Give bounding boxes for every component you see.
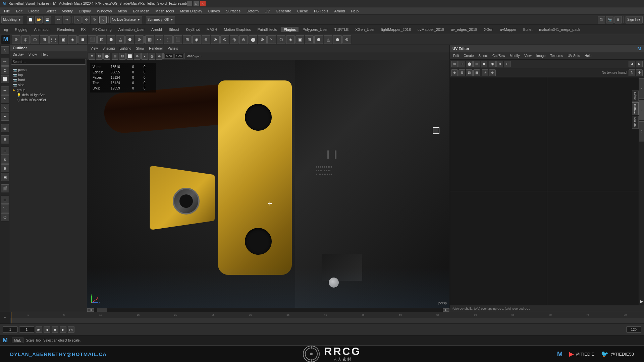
icon-btn-19[interactable]: ⊞ xyxy=(183,35,192,44)
icon-btn-31[interactable]: ▣ xyxy=(296,35,304,44)
menu-select[interactable]: Select xyxy=(43,8,59,14)
menu-fb-tools[interactable]: FB Tools xyxy=(311,8,331,14)
icon-btn-2[interactable]: ◎ xyxy=(21,35,30,44)
cat-fx[interactable]: FX xyxy=(78,27,88,32)
icon-btn-3[interactable]: ⬡ xyxy=(31,35,39,44)
uv-tab-select-label[interactable]: Select xyxy=(632,90,639,102)
uv-tb5[interactable]: ⬢ xyxy=(481,61,487,67)
undo-btn[interactable]: ↩ xyxy=(55,16,62,23)
uv-tb6[interactable]: ◉ xyxy=(489,61,496,67)
uv-create-menu[interactable]: Create xyxy=(462,53,476,58)
uv-tb2-4[interactable]: ▦ xyxy=(473,69,480,76)
icon-btn-26[interactable]: ⬤ xyxy=(249,35,257,44)
vp-tb-btn10[interactable]: ⊛ xyxy=(156,53,163,60)
playhead[interactable] xyxy=(11,312,11,323)
minimize-btn[interactable]: ─ xyxy=(187,1,192,6)
close-btn[interactable]: ✕ xyxy=(200,1,206,6)
cat-uvmapper[interactable]: uvMapper xyxy=(497,27,519,32)
menu-deform[interactable]: Deform xyxy=(244,8,261,14)
icon-btn-8[interactable]: ⏹ xyxy=(78,35,87,44)
scroll-track[interactable] xyxy=(94,308,443,312)
vp-tb-btn2[interactable]: ⊡ xyxy=(96,53,103,60)
icon-btn-15[interactable]: ▦ xyxy=(145,35,154,44)
uv-right-arrow[interactable]: ▶ xyxy=(640,299,643,304)
icon-btn-4[interactable]: ⊞ xyxy=(40,35,49,44)
icon-btn-28[interactable]: ⋱ xyxy=(267,35,276,44)
outliner-show-menu[interactable]: Show xyxy=(26,52,39,57)
cat-mash[interactable]: MASH xyxy=(204,27,220,32)
cat-uv-edges[interactable]: uv_edges_2018 xyxy=(448,27,480,32)
uv-tab-trans[interactable]: T xyxy=(639,100,644,120)
menu-uv[interactable]: UV xyxy=(262,8,272,14)
viewport-canvas[interactable]: ❙❙ ∎∎∎ ∎∎ ∎∎∎∎∎∎∎∎ ∎ ∎∎∎∎ ∎∎∎∎∎∎ ∎∎ ✛ Ve… xyxy=(87,60,449,308)
menu-mesh-tools[interactable]: Mesh Tools xyxy=(153,8,176,14)
save-btn[interactable]: 💾 xyxy=(44,16,51,23)
uv-tb2-1[interactable]: ⊕ xyxy=(451,69,458,76)
cat-light-mapper[interactable]: lightMapper_2018 xyxy=(379,27,414,32)
menu-edit-mesh[interactable]: Edit Mesh xyxy=(130,8,152,14)
cat-keyshot[interactable]: KeyShot xyxy=(183,27,203,32)
window-controls[interactable]: ─ □ ✕ xyxy=(187,1,206,6)
uv-image-menu[interactable]: Image xyxy=(534,53,548,58)
render-region-btn[interactable]: 🎬 xyxy=(1,184,9,192)
uv-tb7[interactable]: ⊗ xyxy=(496,61,503,67)
menu-help[interactable]: Help xyxy=(348,8,361,14)
marquee-select-btn[interactable]: ⬜ xyxy=(1,75,9,83)
cat-turtle[interactable]: TURTLE xyxy=(332,27,352,32)
menu-file[interactable]: File xyxy=(1,8,13,14)
outliner-item-front[interactable]: 📷 front xyxy=(11,77,86,82)
icon-btn-21[interactable]: ⊛ xyxy=(202,35,210,44)
vp-view-menu[interactable]: View xyxy=(89,46,100,51)
menu-edit[interactable]: Edit xyxy=(13,8,25,14)
icon-btn-1[interactable]: ⊕ xyxy=(12,35,20,44)
soft-mod-btn[interactable]: ◎ xyxy=(1,124,9,132)
stop-btn[interactable]: ■ xyxy=(52,326,58,333)
vp-tb-btn8[interactable]: ● xyxy=(141,53,148,60)
icon-btn-20[interactable]: ◉ xyxy=(192,35,201,44)
cat-painteffects[interactable]: PaintEffects xyxy=(255,27,280,32)
menu-windows[interactable]: Windows xyxy=(94,8,115,14)
icon-btn-10[interactable]: ⊡ xyxy=(97,35,106,44)
play-fwd-btn[interactable]: ▶ xyxy=(60,326,66,333)
uv-textures-menu[interactable]: Textures xyxy=(548,53,565,58)
scale-btn-left[interactable]: ⤡ xyxy=(1,104,9,112)
outliner-help-menu[interactable]: Help xyxy=(40,52,51,57)
maximize-btn[interactable]: □ xyxy=(194,1,199,6)
uv-tb8[interactable]: ⊙ xyxy=(504,61,511,67)
outliner-item-persp[interactable]: 📷 persp xyxy=(11,67,86,72)
vp-tb-btn5[interactable]: ⊟ xyxy=(119,53,126,60)
icon-btn-16[interactable]: ⋯ xyxy=(155,35,163,44)
vp-shading-menu[interactable]: Shading xyxy=(101,46,117,51)
cat-rigging[interactable]: Rigging xyxy=(12,27,30,32)
move-btn[interactable]: ✛ xyxy=(1,86,9,95)
menu-curves[interactable]: Curves xyxy=(206,8,223,14)
icon-btn-17[interactable]: ⬚ xyxy=(164,35,173,44)
uv-tab-trans-label[interactable]: Trans... xyxy=(632,102,639,115)
uv-tab-select[interactable]: S xyxy=(639,78,644,99)
vp-tb-btn9[interactable]: ◎ xyxy=(149,53,155,60)
icon-btn-6[interactable]: ▣ xyxy=(59,35,67,44)
play-back-btn[interactable]: ◀ xyxy=(44,326,50,333)
snap-surface-btn[interactable]: ▣ xyxy=(1,173,9,181)
cat-polygons-user[interactable]: Polygons_User xyxy=(300,27,330,32)
pause-btn[interactable]: ⏸ xyxy=(614,16,622,23)
cat-ng[interactable]: ng xyxy=(1,27,11,32)
menu-mesh-display[interactable]: Mesh Display xyxy=(177,8,205,14)
paint-select-btn[interactable]: ✏ xyxy=(1,58,9,66)
uv-tb2-6[interactable]: ⊛ xyxy=(489,69,496,76)
scroll-right-btn[interactable]: ▶ xyxy=(443,308,449,312)
cat-uv-mapper[interactable]: uvMapper_2018 xyxy=(415,27,447,32)
uv-tb2-2[interactable]: ⊞ xyxy=(459,69,465,76)
viewport-scrollbar[interactable]: ◀ ▶ xyxy=(87,308,449,312)
icon-btn-32[interactable]: ⊞ xyxy=(305,35,314,44)
vp-tb-btn3[interactable]: ⬤ xyxy=(103,53,110,60)
cat-plugins[interactable]: Plugins xyxy=(281,27,299,32)
snap-curve-btn[interactable]: ⊗ xyxy=(1,156,9,164)
menu-mesh[interactable]: Mesh xyxy=(115,8,129,14)
icon-btn-9[interactable]: ⬛ xyxy=(88,35,97,44)
outliner-item-objectset[interactable]: ⬡ defaultObjectSet xyxy=(11,98,86,103)
icon-btn-34[interactable]: ◬ xyxy=(324,35,332,44)
icon-btn-23[interactable]: ⊙ xyxy=(220,35,229,44)
cat-rendering[interactable]: Rendering xyxy=(54,27,77,32)
rotate-btn[interactable]: ↻ xyxy=(1,95,9,103)
